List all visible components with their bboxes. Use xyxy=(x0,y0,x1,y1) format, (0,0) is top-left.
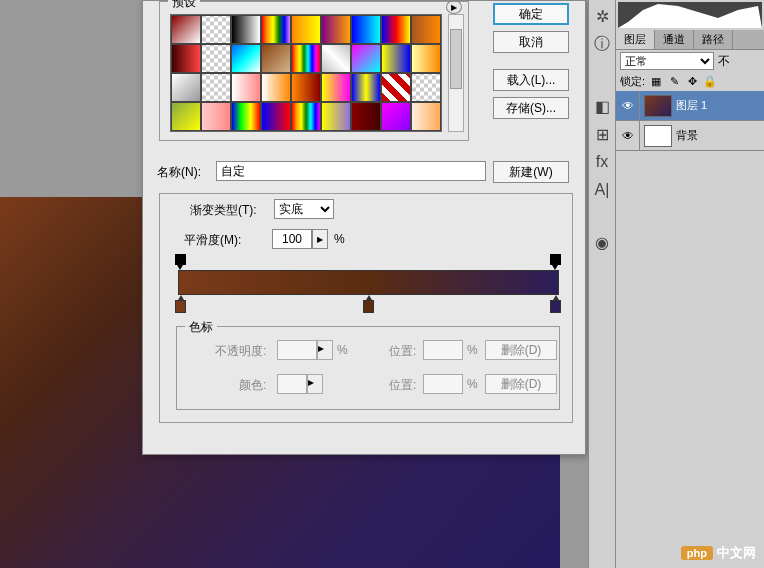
eye-icon[interactable]: 👁 xyxy=(616,121,640,150)
presets-fieldset: 预设 ▶ xyxy=(159,1,469,141)
preset-swatch-32[interactable] xyxy=(321,102,351,131)
lock-row: 锁定: ▦ ✎ ✥ 🔒 xyxy=(616,72,764,91)
preset-swatch-1[interactable] xyxy=(201,15,231,44)
swatches-icon[interactable]: ⊞ xyxy=(590,122,614,146)
color-position-label: 位置: xyxy=(389,377,416,394)
preset-swatch-29[interactable] xyxy=(231,102,261,131)
styles-icon[interactable]: fx xyxy=(590,150,614,174)
load-button[interactable]: 载入(L)... xyxy=(493,69,569,91)
preset-swatch-31[interactable] xyxy=(291,102,321,131)
blend-mode-select[interactable]: 正常 xyxy=(620,52,714,70)
preset-swatch-22[interactable] xyxy=(291,73,321,102)
watermark: php 中文网 xyxy=(681,544,756,562)
preset-swatch-34[interactable] xyxy=(381,102,411,131)
preset-swatch-26[interactable] xyxy=(411,73,441,102)
preset-swatch-3[interactable] xyxy=(261,15,291,44)
opacity-position-input xyxy=(423,340,463,360)
color-icon[interactable]: ◧ xyxy=(590,94,614,118)
preset-swatch-13[interactable] xyxy=(291,44,321,73)
color-position-unit: % xyxy=(467,377,478,391)
name-label: 名称(N): xyxy=(157,164,201,181)
color-swatch xyxy=(277,374,307,394)
layer-row-0[interactable]: 👁图层 1 xyxy=(616,91,764,121)
preset-swatch-33[interactable] xyxy=(351,102,381,131)
smoothness-label: 平滑度(M): xyxy=(184,232,241,249)
gradient-type-select[interactable]: 实底 xyxy=(274,199,334,219)
ok-button[interactable]: 确定 xyxy=(493,3,569,25)
preset-swatch-27[interactable] xyxy=(171,102,201,131)
preset-swatch-7[interactable] xyxy=(381,15,411,44)
gradient-bar[interactable] xyxy=(178,270,559,295)
opacity-label: 不透明度: xyxy=(215,343,266,360)
preset-swatch-21[interactable] xyxy=(261,73,291,102)
scroll-thumb[interactable] xyxy=(450,29,462,89)
color-position-input xyxy=(423,374,463,394)
eye-icon[interactable]: 👁 xyxy=(616,91,640,120)
preset-swatch-20[interactable] xyxy=(231,73,261,102)
presets-grid xyxy=(170,14,442,132)
layer-thumb xyxy=(644,95,672,117)
preset-swatch-10[interactable] xyxy=(201,44,231,73)
opacity-position-unit: % xyxy=(467,343,478,357)
layer-row-1[interactable]: 👁背景 xyxy=(616,121,764,151)
opacity-stop-right[interactable] xyxy=(550,254,561,265)
lock-position-icon[interactable]: ✥ xyxy=(685,75,699,89)
layer-name: 图层 1 xyxy=(676,98,707,113)
watermark-badge: php xyxy=(681,546,713,560)
preset-swatch-25[interactable] xyxy=(381,73,411,102)
lock-transparent-icon[interactable]: ▦ xyxy=(649,75,663,89)
preset-swatch-12[interactable] xyxy=(261,44,291,73)
opacity-unit: % xyxy=(337,343,348,357)
preset-swatch-35[interactable] xyxy=(411,102,441,131)
color-stop-3[interactable] xyxy=(550,300,561,313)
preset-swatch-16[interactable] xyxy=(381,44,411,73)
gradient-settings-group: 渐变类型(T): 实底 平滑度(M): ▶ % 色标 不透明度: ▸ % 位置:… xyxy=(159,193,573,423)
presets-legend: 预设 xyxy=(168,0,200,11)
opacity-partial-label: 不 xyxy=(718,53,730,70)
preset-swatch-30[interactable] xyxy=(261,102,291,131)
save-button[interactable]: 存储(S)... xyxy=(493,97,569,119)
color-stop-2[interactable] xyxy=(363,300,374,313)
watermark-text: 中文网 xyxy=(717,544,756,562)
smoothness-input[interactable] xyxy=(272,229,312,249)
preset-swatch-19[interactable] xyxy=(201,73,231,102)
opacity-stop-left[interactable] xyxy=(175,254,186,265)
panels-area: 图层 通道 路径 正常 不 锁定: ▦ ✎ ✥ 🔒 👁图层 1👁背景 xyxy=(616,0,764,568)
color-stop-1[interactable] xyxy=(175,300,186,313)
preset-swatch-23[interactable] xyxy=(321,73,351,102)
navigator-icon[interactable]: ✲ xyxy=(590,4,614,28)
preset-swatch-6[interactable] xyxy=(351,15,381,44)
preset-swatch-11[interactable] xyxy=(231,44,261,73)
layer-name: 背景 xyxy=(676,128,698,143)
character-icon[interactable]: A| xyxy=(590,178,614,202)
new-button[interactable]: 新建(W) xyxy=(493,161,569,183)
preset-swatch-28[interactable] xyxy=(201,102,231,131)
preset-swatch-2[interactable] xyxy=(231,15,261,44)
presets-scrollbar[interactable] xyxy=(448,14,464,132)
name-input[interactable] xyxy=(216,161,486,181)
preset-swatch-0[interactable] xyxy=(171,15,201,44)
lock-pixels-icon[interactable]: ✎ xyxy=(667,75,681,89)
preset-swatch-24[interactable] xyxy=(351,73,381,102)
preset-swatch-17[interactable] xyxy=(411,44,441,73)
preset-swatch-8[interactable] xyxy=(411,15,441,44)
preset-swatch-18[interactable] xyxy=(171,73,201,102)
cancel-button[interactable]: 取消 xyxy=(493,31,569,53)
layer-thumb xyxy=(644,125,672,147)
preset-swatch-9[interactable] xyxy=(171,44,201,73)
tab-layers[interactable]: 图层 xyxy=(616,30,655,49)
presets-menu-icon[interactable]: ▶ xyxy=(446,0,462,14)
tab-paths[interactable]: 路径 xyxy=(694,30,733,49)
lock-all-icon[interactable]: 🔒 xyxy=(703,75,717,89)
smoothness-dropdown-icon[interactable]: ▶ xyxy=(312,229,328,249)
preset-swatch-14[interactable] xyxy=(321,44,351,73)
camera-icon[interactable]: ◉ xyxy=(590,230,614,254)
stops-legend: 色标 xyxy=(185,319,217,336)
preset-swatch-15[interactable] xyxy=(351,44,381,73)
color-dropdown: ▸ xyxy=(307,374,323,394)
preset-swatch-5[interactable] xyxy=(321,15,351,44)
opacity-input xyxy=(277,340,317,360)
info-icon[interactable]: ⓘ xyxy=(590,32,614,56)
tab-channels[interactable]: 通道 xyxy=(655,30,694,49)
preset-swatch-4[interactable] xyxy=(291,15,321,44)
